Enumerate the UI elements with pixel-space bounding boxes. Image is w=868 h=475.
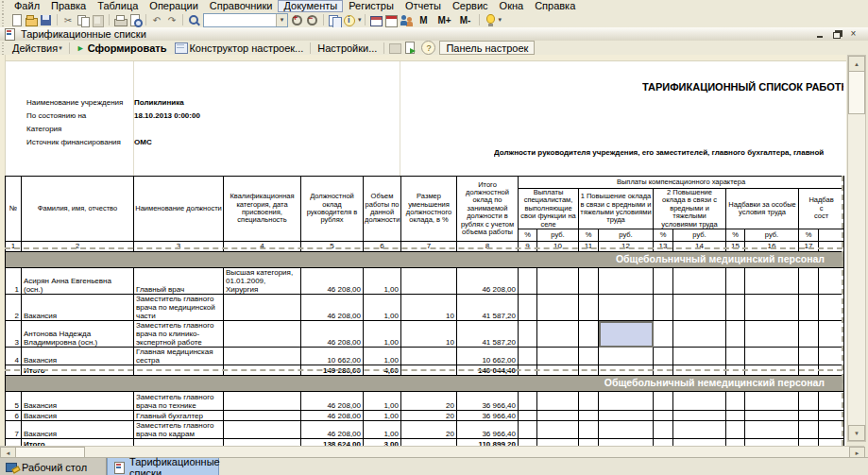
col-number[interactable]: 5 bbox=[301, 241, 364, 251]
cell-empty[interactable] bbox=[819, 439, 844, 446]
cell-reduction[interactable]: 20 bbox=[401, 421, 457, 439]
cell-empty[interactable] bbox=[537, 421, 579, 439]
cell-reduction[interactable] bbox=[401, 267, 457, 294]
print-icon[interactable] bbox=[112, 13, 128, 27]
vertical-scrollbar[interactable]: ▲ ▼ bbox=[847, 55, 866, 442]
cell-empty[interactable] bbox=[537, 411, 579, 421]
cell-salary[interactable]: 10 662,00 bbox=[301, 348, 364, 365]
memory-m-button[interactable]: M bbox=[414, 13, 434, 27]
users-icon[interactable] bbox=[399, 13, 414, 27]
cell-position[interactable]: Главная медицинская сестра bbox=[134, 348, 224, 365]
search-dropdown-icon[interactable]: ▾ bbox=[276, 14, 287, 26]
cell-empty[interactable] bbox=[519, 421, 537, 439]
cell-empty[interactable] bbox=[537, 321, 579, 348]
cell-empty[interactable] bbox=[799, 321, 819, 348]
unit-header[interactable]: руб. bbox=[537, 229, 579, 241]
selected-cell[interactable] bbox=[599, 321, 654, 348]
cell-salary[interactable]: 46 208,00 bbox=[301, 295, 364, 321]
cell-qualification[interactable] bbox=[224, 348, 301, 365]
cell-empty[interactable] bbox=[224, 439, 301, 446]
cell-row-number[interactable]: 6 bbox=[6, 411, 22, 421]
cell-empty[interactable] bbox=[519, 321, 537, 348]
cell-empty[interactable] bbox=[519, 439, 537, 446]
cell-empty[interactable] bbox=[673, 295, 726, 321]
cell-volume[interactable]: 1,00 bbox=[364, 421, 401, 439]
menubar-grip[interactable] bbox=[1, 0, 6, 12]
memory-m-minus-button[interactable]: M- bbox=[455, 13, 476, 27]
cell-empty[interactable] bbox=[799, 295, 819, 321]
menu-item-file[interactable]: Файл bbox=[9, 1, 45, 11]
menu-item-operations[interactable]: Операции bbox=[144, 1, 203, 11]
cell-qualification[interactable]: Высшая категория, 01.01.2009, Хирургия bbox=[224, 267, 301, 294]
col-number[interactable]: 17 bbox=[799, 241, 819, 251]
cell-empty[interactable] bbox=[537, 267, 579, 294]
find-next-icon[interactable] bbox=[290, 13, 305, 27]
col-number[interactable]: 12 bbox=[599, 241, 654, 251]
cell-employee-name[interactable]: Вакансия bbox=[22, 392, 134, 411]
col-header-reduction[interactable]: Размер уменьшения должностного оклада, в… bbox=[401, 177, 457, 242]
cell-empty[interactable] bbox=[819, 267, 844, 294]
find-previous-icon[interactable] bbox=[305, 13, 320, 27]
cell-empty[interactable] bbox=[726, 421, 745, 439]
cell-total-salary[interactable]: 46 208,00 bbox=[457, 267, 519, 294]
actions-button[interactable]: Действия ▾ bbox=[9, 42, 66, 55]
cell-total-label[interactable]: Итого bbox=[22, 439, 134, 446]
cell-position[interactable]: Главный врач bbox=[134, 267, 224, 294]
cell-empty[interactable] bbox=[654, 267, 673, 294]
table-icon[interactable] bbox=[368, 13, 383, 27]
cell-empty[interactable] bbox=[519, 411, 537, 421]
cell-empty[interactable] bbox=[745, 321, 799, 348]
minimize-button[interactable] bbox=[812, 28, 826, 40]
cell-row-number[interactable]: 7 bbox=[6, 421, 22, 439]
cell-position[interactable]: Заместитель главного врача по технике bbox=[134, 392, 224, 411]
col-number[interactable]: 3 bbox=[134, 241, 224, 251]
cell-empty[interactable] bbox=[673, 439, 726, 446]
cell-empty[interactable] bbox=[745, 411, 799, 421]
cell-empty[interactable] bbox=[599, 267, 654, 294]
cell-empty[interactable] bbox=[726, 321, 745, 348]
col-number[interactable]: 11 bbox=[579, 241, 599, 251]
cell-empty[interactable] bbox=[673, 348, 726, 365]
restore-button[interactable] bbox=[829, 28, 843, 40]
group-header-rural[interactable]: Выплаты специалистам, выполняющие свои ф… bbox=[519, 189, 579, 229]
cell-empty[interactable] bbox=[134, 439, 224, 446]
scroll-down-icon[interactable]: ▼ bbox=[848, 425, 865, 441]
cell-empty[interactable] bbox=[799, 267, 819, 294]
cell-qualification[interactable] bbox=[224, 321, 301, 348]
cell-employee-name[interactable]: Вакансия bbox=[22, 295, 134, 321]
cell-row-number[interactable]: 4 bbox=[6, 348, 22, 365]
col-header-total-salary[interactable]: Итого должностной оклад по занимаемой до… bbox=[457, 177, 519, 242]
settings-button[interactable]: Настройки... bbox=[314, 42, 381, 55]
cell-empty[interactable] bbox=[537, 295, 579, 321]
cell-empty[interactable] bbox=[673, 267, 726, 294]
cell-total-salary[interactable]: 36 966,40 bbox=[457, 392, 519, 411]
col-header-volume[interactable]: Объем работы по данной должности bbox=[364, 177, 401, 242]
cell-qualification[interactable] bbox=[224, 295, 301, 321]
cell-total-salary[interactable]: 10 662,00 bbox=[457, 348, 519, 365]
col-number[interactable]: 14 bbox=[673, 241, 726, 251]
unit-header[interactable] bbox=[819, 229, 844, 241]
cell-employee-name[interactable]: Вакансия bbox=[22, 348, 134, 365]
vertical-scrollbar-thumb[interactable] bbox=[848, 71, 865, 114]
info-dropdown-icon[interactable]: ▾ bbox=[358, 16, 362, 24]
cell-position[interactable]: Заместитель главного врача по кадрам bbox=[134, 421, 224, 439]
cell-total-salary[interactable]: 41 587,20 bbox=[457, 321, 519, 348]
report-toolbar-grip[interactable] bbox=[1, 41, 6, 55]
cell-reduction[interactable] bbox=[401, 348, 457, 365]
group-header-special-conditions[interactable]: Надбавки за особые условия труда bbox=[726, 189, 799, 229]
cell-empty[interactable] bbox=[745, 392, 799, 411]
cell-reduction[interactable]: 20 bbox=[401, 392, 457, 411]
col-number[interactable]: 1 bbox=[6, 241, 22, 251]
unit-header[interactable]: % bbox=[579, 229, 599, 241]
cell-row-number[interactable]: 5 bbox=[6, 392, 22, 411]
print-preview-icon[interactable] bbox=[128, 13, 143, 27]
cell-empty[interactable] bbox=[599, 421, 654, 439]
new-document-icon[interactable] bbox=[9, 13, 24, 27]
cell-empty[interactable] bbox=[654, 392, 673, 411]
cell-empty[interactable] bbox=[726, 392, 745, 411]
cell-reduction[interactable]: 10 bbox=[401, 321, 457, 348]
cell-empty[interactable] bbox=[819, 321, 844, 348]
cell-empty[interactable] bbox=[579, 439, 599, 446]
cell-empty[interactable] bbox=[799, 411, 819, 421]
col-number[interactable] bbox=[819, 241, 844, 251]
